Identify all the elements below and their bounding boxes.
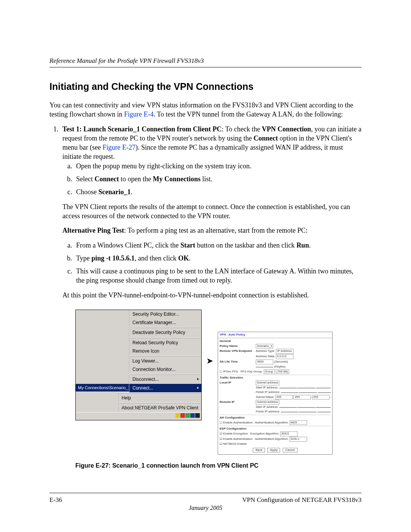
- label: Authentication Algorithm:: [255, 421, 289, 424]
- substep-c: Choose Scenario_1.: [74, 187, 362, 197]
- footer-title: VPN Configuration of NETGEAR FVS318v3: [242, 496, 362, 504]
- alt-substeps: From a Windows Client PC, click the Star…: [62, 241, 362, 285]
- menu-item-help[interactable]: Help: [118, 394, 201, 402]
- label: IPSec PFS: [223, 370, 238, 373]
- menu-item-deactivate-security-policy[interactable]: Deactivate Security Policy: [129, 328, 201, 337]
- text: From a Windows Client PC, click the: [76, 241, 180, 249]
- intro-paragraph: You can test connectivity and view VPN s…: [49, 101, 362, 119]
- text-bold: ping -t 10.5.6.1: [91, 254, 135, 262]
- menu-item-certificate-manager[interactable]: Certificate Manager...: [129, 318, 201, 327]
- page-number: E-36: [49, 496, 62, 504]
- submenu-scenario1[interactable]: My Connections\Scenario_1: [76, 384, 129, 392]
- ip-octet[interactable]: [281, 412, 298, 412]
- label: PFS Key Group:: [241, 370, 263, 373]
- ip-octet[interactable]: [281, 392, 298, 393]
- apply-button[interactable]: Apply: [267, 448, 280, 453]
- label: Authentication Algorithm:: [255, 437, 289, 441]
- alt-b: Type ping -t 10.5.6.1, and then click OK…: [74, 254, 362, 263]
- enc-algo-value[interactable]: 3DES: [280, 431, 298, 436]
- substep-a: Open the popup menu by right-clicking on…: [74, 161, 362, 171]
- menu-item-about[interactable]: About NETGEAR ProSafe VPN Client: [118, 404, 201, 412]
- label: Enable Authentication: [223, 437, 252, 441]
- text-bold: Connect: [253, 134, 278, 142]
- ip-octet[interactable]: [298, 388, 315, 388]
- menu-item-connect[interactable]: Connect...: [129, 384, 201, 392]
- text-bold: Connect: [94, 175, 119, 183]
- vpn-auto-policy-panel: VPN - Auto Policy General Policy NameSce…: [218, 332, 333, 455]
- ip-octet[interactable]: [299, 412, 317, 412]
- auth-algo2-value[interactable]: SHA-1: [290, 437, 307, 442]
- policy-name-value[interactable]: Scenario_1: [256, 344, 273, 349]
- ordered-steps: Test 1: Launch Scenario_1 Connection fro…: [49, 125, 362, 470]
- back-button[interactable]: Back: [253, 448, 265, 453]
- ip-octet[interactable]: [318, 392, 331, 393]
- label: (Seconds): [274, 360, 288, 363]
- sa-life-kbytes[interactable]: [256, 367, 273, 367]
- text: . To test the VPN tunnel from the Gatewa…: [153, 110, 343, 118]
- substeps: Open the popup menu by right-clicking on…: [62, 161, 362, 197]
- sa-life-seconds[interactable]: 3600: [256, 359, 273, 364]
- figure-link[interactable]: Figure E-4: [124, 110, 153, 118]
- text-bold: Start: [180, 241, 195, 249]
- pfs-key-value[interactable]: Group 1 (768 Bit): [264, 369, 289, 374]
- ip-octet[interactable]: [298, 407, 315, 408]
- address-type-value[interactable]: IP Address: [276, 349, 293, 354]
- menu-item-log-viewer[interactable]: Log Viewer...: [129, 357, 201, 365]
- label: General: [220, 339, 231, 343]
- label: Encryption Algorithm:: [250, 432, 279, 435]
- auth-algo-value[interactable]: MD5: [290, 420, 307, 425]
- ip-octet[interactable]: [316, 388, 331, 388]
- text: .: [131, 188, 133, 196]
- label: Finish IP address:: [256, 390, 280, 394]
- ip-octet[interactable]: 255: [275, 395, 293, 400]
- paragraph: The VPN Client reports the results of th…: [62, 202, 362, 221]
- tray-icon: [175, 413, 180, 418]
- ip-octet[interactable]: [299, 392, 317, 393]
- text: .: [309, 241, 311, 249]
- remote-ip-type[interactable]: Subnet address: [256, 400, 279, 405]
- menu-item-remove-icon[interactable]: Remove Icon: [129, 347, 201, 355]
- ip-octet[interactable]: [279, 388, 297, 388]
- ip-octet[interactable]: [279, 407, 297, 408]
- text: , and then click: [135, 254, 178, 262]
- label: Start IP address:: [256, 386, 278, 389]
- vpn-client-context-menu: Security Policy Editor... Certificate Ma…: [75, 310, 202, 420]
- ip-octet[interactable]: 255: [312, 395, 330, 400]
- ip-octet[interactable]: [318, 412, 331, 412]
- tray-icon: [190, 413, 195, 418]
- label: Remote IP: [220, 400, 256, 404]
- ip-octet[interactable]: [330, 397, 331, 398]
- menu-item-disconnect[interactable]: Disconnect...: [129, 375, 201, 383]
- text: Type: [76, 254, 91, 262]
- text: list.: [201, 175, 212, 183]
- alt-a: From a Windows Client PC, click the Star…: [74, 241, 362, 250]
- text: Choose: [76, 188, 99, 196]
- address-data-value[interactable]: 0.0.0.0: [276, 354, 293, 359]
- ip-octet[interactable]: 255: [293, 395, 311, 400]
- text-bold: Scenario_1: [99, 188, 131, 196]
- menu-item-reload-security-policy[interactable]: Reload Security Policy: [129, 339, 201, 347]
- tray-icon: [195, 413, 200, 418]
- document-page: Reference Manual for the ProSafe VPN Fir…: [0, 0, 411, 532]
- tray-icon: [185, 413, 190, 418]
- paragraph: At this point the VPN-tunnel-endpoint-to…: [62, 291, 362, 300]
- label: Enable Authentication: [223, 421, 252, 424]
- label: Address Data:: [256, 355, 275, 358]
- text-bold: OK: [178, 254, 189, 262]
- text-bold: Run: [296, 241, 309, 249]
- label: Start IP address:: [256, 405, 278, 409]
- text: Select: [76, 175, 94, 183]
- text: .: [189, 254, 191, 262]
- ip-octet[interactable]: [316, 407, 331, 408]
- label: (Kbytes): [274, 365, 285, 368]
- menu-item-connection-monitor[interactable]: Connection Monitor...: [129, 365, 201, 374]
- menu-item-security-policy-editor[interactable]: Security Policy Editor...: [129, 310, 201, 318]
- label: ESP Configuration: [220, 427, 247, 430]
- arrow-icon: ➤: [206, 355, 213, 367]
- page-footer: E-36 VPN Configuration of NETGEAR FVS318…: [49, 493, 362, 504]
- label: Traffic Selection: [220, 376, 243, 379]
- cancel-button[interactable]: Cancel: [283, 448, 298, 453]
- local-ip-type[interactable]: Subnet address: [256, 380, 279, 385]
- figure-link[interactable]: Figure E-27: [102, 144, 135, 151]
- alt-c: This will cause a continuous ping to be …: [74, 267, 362, 285]
